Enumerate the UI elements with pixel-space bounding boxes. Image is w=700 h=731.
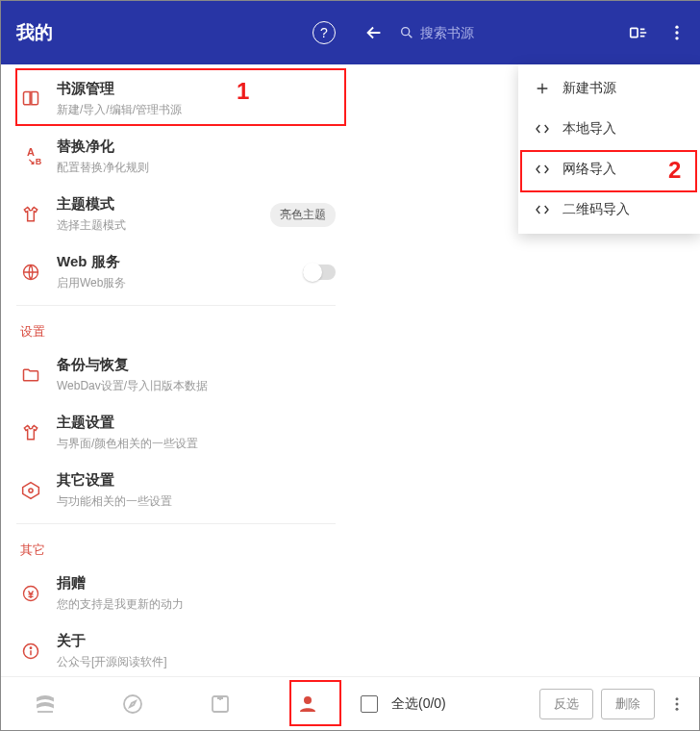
- row-title: 备份与恢复: [57, 356, 336, 374]
- divider: [16, 523, 336, 524]
- section-other: 其它: [1, 528, 351, 565]
- svg-point-14: [676, 697, 679, 700]
- row-title: Web 服务: [57, 253, 303, 271]
- folder-icon: [20, 365, 41, 386]
- row-sub: 选择主题模式: [57, 217, 262, 234]
- left-panel: 我的 ? 书源管理 新建/导入/编辑/管理书源 A↘B 替换净化: [1, 1, 351, 730]
- dd-item-local-import[interactable]: 本地导入: [518, 109, 700, 149]
- globe-icon: [20, 262, 41, 283]
- web-service-toggle[interactable]: [303, 265, 336, 280]
- row-sub: 新建/导入/编辑/管理书源: [57, 102, 336, 118]
- code-icon: [534, 120, 551, 138]
- nav-rss[interactable]: [176, 677, 263, 730]
- search-wrap: [399, 25, 612, 40]
- overflow-menu-button[interactable]: [664, 20, 689, 45]
- row-sub: 与功能相关的一些设置: [57, 493, 336, 510]
- highlight-num-1: 1: [237, 78, 249, 105]
- nav-mine[interactable]: [263, 677, 351, 730]
- search-input[interactable]: [420, 25, 612, 40]
- back-button[interactable]: [362, 21, 386, 44]
- shirt-icon: [20, 204, 41, 225]
- right-panel: 新建书源 本地导入 网络导入: [351, 1, 700, 730]
- svg-point-9: [402, 28, 410, 36]
- row-sub: 您的支持是我更新的动力: [57, 596, 336, 613]
- row-sub: 启用Web服务: [57, 275, 303, 291]
- dd-label: 新建书源: [562, 80, 616, 97]
- highlight-num-2: 2: [668, 157, 681, 184]
- row-sub: 与界面/颜色相关的一些设置: [57, 436, 336, 452]
- row-replace-purify[interactable]: A↘B 替换净化 配置替换净化规则: [1, 128, 351, 186]
- coin-icon: [20, 583, 41, 604]
- plus-icon: [534, 80, 551, 97]
- theme-badge[interactable]: 亮色主题: [270, 203, 336, 227]
- row-title: 主题模式: [57, 195, 262, 214]
- svg-point-8: [304, 696, 312, 704]
- row-donate[interactable]: 捐赠 您的支持是我更新的动力: [1, 565, 351, 622]
- dd-label: 网络导入: [562, 161, 616, 178]
- row-title: 替换净化: [57, 138, 336, 156]
- bottom-nav: [1, 676, 351, 730]
- svg-point-5: [30, 647, 31, 648]
- select-all-label: 全选(0/0): [391, 695, 446, 713]
- dd-label: 二维码导入: [562, 201, 630, 218]
- svg-point-11: [675, 26, 678, 29]
- row-title: 其它设置: [57, 471, 336, 490]
- nav-bookshelf[interactable]: [1, 677, 88, 730]
- dd-item-new-source[interactable]: 新建书源: [518, 68, 700, 109]
- row-theme-mode[interactable]: 主题模式 选择主题模式 亮色主题: [1, 186, 351, 243]
- row-web-service[interactable]: Web 服务 启用Web服务: [1, 243, 351, 301]
- code-icon: [534, 201, 551, 218]
- ab-icon: A↘B: [20, 146, 41, 167]
- right-bottom-bar: 全选(0/0) 反选 删除: [351, 676, 700, 730]
- svg-point-15: [676, 702, 679, 705]
- invert-select-button[interactable]: 反选: [539, 689, 593, 719]
- row-about[interactable]: 关于 公众号[开源阅读软件]: [1, 622, 351, 676]
- left-body: 书源管理 新建/导入/编辑/管理书源 A↘B 替换净化 配置替换净化规则: [1, 64, 351, 676]
- search-icon: [399, 25, 414, 40]
- nav-discover[interactable]: [88, 677, 176, 730]
- row-title: 主题设置: [57, 414, 336, 432]
- overflow-dropdown: 新建书源 本地导入 网络导入: [518, 64, 700, 234]
- section-settings: 设置: [1, 310, 351, 346]
- bolt-icon: [20, 480, 41, 501]
- book-icon: [20, 88, 41, 110]
- row-sub: 公众号[开源阅读软件]: [57, 654, 336, 670]
- right-header: [351, 1, 700, 64]
- dd-item-qr-import[interactable]: 二维码导入: [518, 189, 700, 230]
- row-title: 书源管理: [57, 80, 336, 98]
- left-header: 我的 ?: [1, 1, 351, 64]
- more-button[interactable]: [662, 695, 691, 713]
- row-book-source-manage[interactable]: 书源管理 新建/导入/编辑/管理书源: [1, 70, 351, 128]
- svg-rect-10: [631, 28, 638, 37]
- row-sub: 配置替换净化规则: [57, 160, 336, 176]
- row-other-settings[interactable]: 其它设置 与功能相关的一些设置: [1, 462, 351, 519]
- svg-marker-1: [23, 483, 39, 499]
- delete-button[interactable]: 删除: [601, 689, 655, 719]
- svg-point-2: [29, 489, 33, 492]
- row-sub: WebDav设置/导入旧版本数据: [57, 378, 336, 394]
- svg-point-16: [676, 707, 679, 710]
- code-icon: [534, 161, 551, 178]
- svg-point-13: [675, 37, 678, 39]
- row-backup-restore[interactable]: 备份与恢复 WebDav设置/导入旧版本数据: [1, 346, 351, 404]
- page-title: 我的: [16, 20, 53, 45]
- scan-button[interactable]: [626, 20, 651, 45]
- divider: [16, 305, 336, 306]
- svg-point-12: [675, 31, 678, 34]
- shirt-icon: [20, 422, 41, 443]
- row-title: 关于: [57, 632, 336, 650]
- select-all-checkbox[interactable]: [361, 695, 378, 713]
- svg-point-6: [124, 695, 141, 713]
- row-theme-settings[interactable]: 主题设置 与界面/颜色相关的一些设置: [1, 404, 351, 462]
- dd-label: 本地导入: [562, 120, 616, 138]
- info-icon: [20, 641, 41, 662]
- right-body: 新建书源 本地导入 网络导入: [351, 64, 700, 676]
- help-button[interactable]: ?: [312, 21, 336, 44]
- row-title: 捐赠: [57, 574, 336, 592]
